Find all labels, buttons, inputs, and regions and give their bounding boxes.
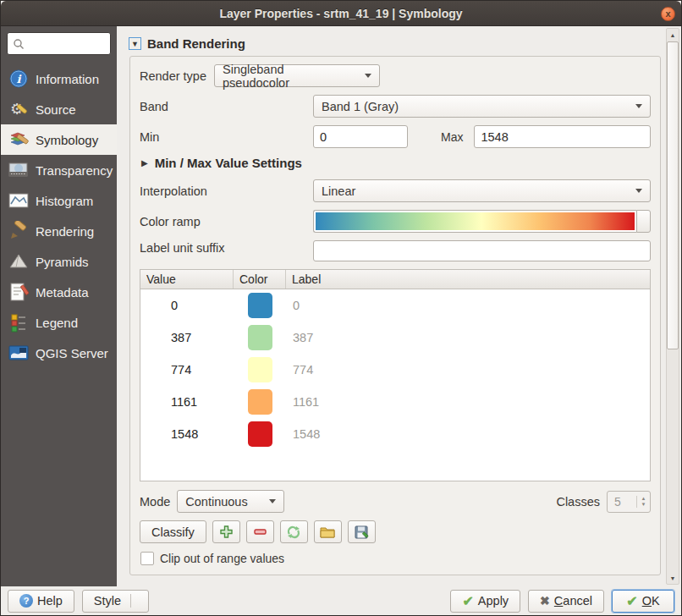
color-ramp-preview[interactable] (313, 210, 636, 233)
sidebar-item-label: Histogram (36, 194, 93, 208)
plus-icon (219, 525, 234, 539)
table-row[interactable]: 1161 1161 (140, 386, 650, 418)
chevron-down-icon (269, 499, 276, 503)
color-ramp-select[interactable] (313, 210, 651, 233)
style-button[interactable]: Style (82, 590, 149, 613)
section-title: Color Rendering (147, 584, 247, 586)
sidebar-item-histogram[interactable]: Histogram (1, 185, 117, 216)
search-icon (12, 37, 25, 51)
symbology-panel: ▼ Band Rendering Render type Singleband … (117, 26, 681, 586)
color-rendering-section-header[interactable]: ▼ Color Rendering (129, 584, 661, 586)
value-cell[interactable]: 774 (140, 363, 234, 377)
cancel-button[interactable]: ✖ Cancel (528, 590, 604, 613)
sidebar-item-transparency[interactable]: Transparency (1, 155, 117, 185)
color-swatch[interactable] (248, 325, 272, 350)
column-header-color[interactable]: Color (234, 270, 286, 289)
folder-icon (320, 525, 335, 540)
render-type-select[interactable]: Singleband pseudocolor (214, 64, 380, 87)
table-row[interactable]: 1548 1548 (140, 418, 650, 450)
color-ramp-gradient (316, 212, 635, 230)
transparency-icon (8, 160, 29, 180)
mode-select[interactable]: Continuous (177, 490, 284, 513)
ok-button-label: OK (642, 594, 660, 608)
cancel-button-label: Cancel (554, 594, 592, 608)
scroll-up-icon[interactable]: ▲ (667, 29, 679, 41)
scrollbar-thumb[interactable] (667, 41, 679, 349)
sidebar-item-pyramids[interactable]: Pyramids (1, 246, 117, 277)
minus-icon (253, 525, 267, 539)
color-ramp-dropdown-button[interactable] (636, 210, 651, 233)
titlebar[interactable]: Layer Properties - srtm_41_19 | Symbolog… (1, 1, 681, 26)
value-cell[interactable]: 1161 (140, 395, 234, 409)
sidebar-search[interactable] (7, 32, 111, 55)
color-swatch[interactable] (248, 293, 272, 318)
information-icon: i (8, 69, 29, 89)
ok-button[interactable]: ✔ OK (612, 590, 674, 613)
symbology-icon (8, 129, 29, 150)
load-ramp-button[interactable] (280, 520, 308, 543)
sidebar-item-metadata[interactable]: Metadata (1, 277, 117, 307)
classes-value: 5 (608, 495, 636, 509)
save-file-button[interactable] (348, 520, 376, 543)
min-input[interactable] (313, 125, 408, 148)
scroll-down-icon[interactable]: ▼ (667, 572, 679, 584)
classification-table: Value Color Label 0 0 387 387 (140, 269, 651, 481)
column-header-label[interactable]: Label (286, 270, 650, 289)
max-input[interactable] (474, 125, 651, 148)
check-icon: ✔ (626, 593, 637, 609)
sidebar-item-label: Source (36, 102, 76, 117)
close-icon[interactable]: x (661, 7, 675, 21)
label-cell[interactable]: 387 (286, 331, 650, 344)
clip-out-of-range-checkbox[interactable] (140, 552, 154, 565)
sidebar: i Information ⚙ Source (1, 26, 117, 586)
color-swatch[interactable] (248, 357, 272, 382)
min-max-settings-expander[interactable]: ▶ Min / Max Value Settings (141, 156, 651, 170)
metadata-icon (8, 282, 29, 302)
label-cell[interactable]: 1548 (286, 427, 650, 441)
value-cell[interactable]: 387 (140, 331, 234, 344)
refresh-arrows-icon (286, 525, 301, 540)
band-rendering-section-header[interactable]: ▼ Band Rendering (129, 36, 661, 51)
scrollbar-track[interactable] (667, 41, 679, 572)
max-label: Max (441, 130, 463, 144)
classify-button[interactable]: Classify (140, 520, 206, 543)
interpolation-value: Linear (322, 184, 355, 198)
dialog-button-box: ? Help Style ✔ Apply ✖ Cancel ✔ OK (1, 586, 681, 615)
table-row[interactable]: 387 387 (140, 322, 650, 354)
min-label: Min (140, 130, 313, 144)
band-select[interactable]: Band 1 (Gray) (313, 95, 651, 118)
help-button[interactable]: ? Help (8, 590, 74, 613)
sidebar-item-information[interactable]: i Information (1, 63, 117, 94)
interpolation-select[interactable]: Linear (313, 179, 651, 202)
sidebar-item-source[interactable]: ⚙ Source (1, 94, 117, 124)
apply-button[interactable]: ✔ Apply (450, 590, 520, 613)
column-header-value[interactable]: Value (140, 270, 234, 289)
label-unit-suffix-input[interactable] (313, 240, 651, 261)
sidebar-item-symbology[interactable]: Symbology (1, 124, 117, 155)
band-label: Band (140, 100, 313, 113)
color-swatch[interactable] (248, 421, 272, 447)
band-value: Band 1 (Gray) (322, 100, 399, 113)
help-button-label: Help (37, 594, 63, 608)
label-cell[interactable]: 1161 (286, 395, 650, 409)
table-row[interactable]: 774 774 (140, 354, 650, 386)
sidebar-item-qgis-server[interactable]: QGIS Server (1, 338, 117, 368)
interpolation-label: Interpolation (140, 184, 313, 198)
label-cell[interactable]: 0 (286, 299, 650, 312)
open-file-button[interactable] (314, 520, 342, 543)
clip-out-of-range-label: Clip out of range values (160, 552, 284, 565)
sidebar-item-legend[interactable]: Legend (1, 307, 117, 338)
value-cell[interactable]: 0 (140, 299, 234, 312)
label-cell[interactable]: 774 (286, 363, 650, 377)
color-swatch[interactable] (248, 389, 272, 415)
remove-class-button[interactable] (246, 520, 274, 543)
table-header[interactable]: Value Color Label (140, 270, 650, 289)
table-row[interactable]: 0 0 (140, 289, 650, 322)
collapse-triangle-icon[interactable]: ▼ (129, 37, 141, 50)
sidebar-item-rendering[interactable]: Rendering (1, 216, 117, 246)
vertical-scrollbar[interactable]: ▲ ▼ (666, 28, 679, 585)
sidebar-item-label: Information (36, 72, 99, 86)
add-class-button[interactable] (212, 520, 240, 543)
value-cell[interactable]: 1548 (140, 427, 234, 441)
search-input[interactable] (29, 37, 106, 50)
